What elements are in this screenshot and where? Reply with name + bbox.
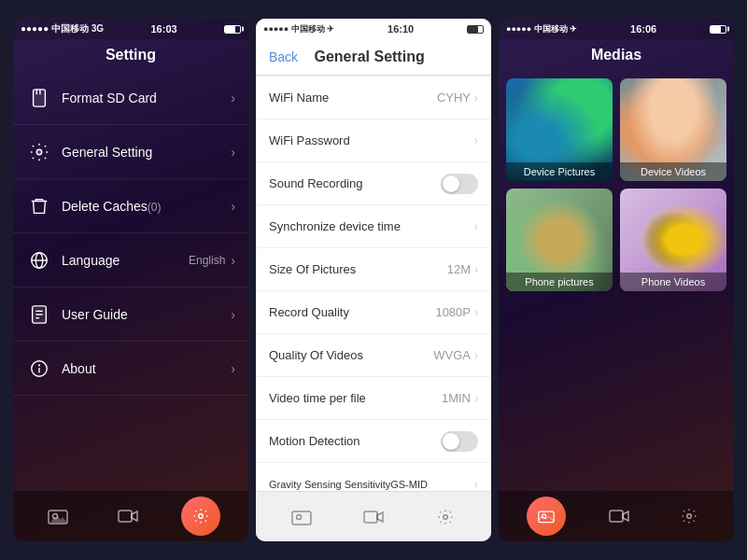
motion-detection-label: Motion Detection [269, 434, 441, 448]
gravity-sensing-label: Gravity Sensing SensitivityGS-MID [269, 479, 474, 490]
svg-point-17 [199, 514, 204, 519]
svg-rect-20 [364, 511, 377, 523]
general-setting-label: General Setting [62, 145, 231, 160]
user-guide-icon [26, 301, 52, 328]
phone-videos-label: Phone Videos [620, 273, 726, 291]
setting-row-wifi-password[interactable]: WiFi Password › [256, 119, 491, 162]
sync-time-arrow: › [474, 220, 478, 233]
svg-rect-0 [34, 89, 46, 105]
tab-photos-general[interactable] [285, 500, 318, 534]
status-bar-general: ●●●●● 中国移动 ✈ 16:10 [256, 19, 491, 39]
format-sd-icon [26, 85, 52, 111]
svg-rect-24 [610, 511, 623, 522]
screen-medias: ●●●●● 中国移动 ✈ 16:06 Medias Device Picture… [499, 19, 734, 541]
svg-point-25 [687, 514, 692, 519]
language-arrow: › [231, 253, 235, 268]
general-tab-bar [256, 491, 491, 541]
menu-item-about[interactable]: About › [13, 342, 248, 396]
size-pictures-arrow: › [474, 263, 478, 276]
gravity-sensing-arrow: › [474, 478, 478, 491]
format-sd-label: Format SD Card [62, 91, 231, 105]
video-time-value: 1MIN [442, 391, 471, 405]
tab-settings-general[interactable] [429, 500, 462, 534]
screens-container: ●●●●● 中国移动 3G 16:03 Setting Format SD Ca… [5, 5, 742, 555]
record-quality-arrow: › [474, 306, 478, 319]
svg-point-13 [39, 364, 40, 365]
size-pictures-label: Size Of Pictures [269, 262, 447, 276]
motion-detection-toggle[interactable] [441, 431, 478, 452]
general-setting-icon [26, 139, 52, 165]
signal-general: ●●●●● 中国移动 ✈ [263, 23, 334, 35]
screen-general-setting: ●●●●● 中国移动 ✈ 16:10 Back General Setting … [256, 19, 491, 541]
wifi-password-arrow: › [474, 134, 478, 147]
menu-item-user-guide[interactable]: User Guide › [13, 287, 248, 342]
about-icon [26, 356, 52, 382]
status-bar-setting: ●●●●● 中国移动 3G 16:03 [13, 19, 248, 39]
setting-row-size-pictures[interactable]: Size Of Pictures 12M › [256, 248, 491, 291]
status-bar-medias: ●●●●● 中国移动 ✈ 16:06 [499, 19, 734, 39]
media-card-device-pictures[interactable]: Device Pictures [506, 78, 613, 181]
user-guide-label: User Guide [62, 307, 231, 322]
svg-point-19 [296, 514, 301, 519]
quality-videos-value: WVGA [433, 348, 471, 362]
video-time-arrow: › [474, 392, 478, 405]
device-videos-label: Device Videos [620, 162, 726, 181]
battery-medias [710, 25, 726, 34]
menu-item-delete-caches[interactable]: Delete Caches(0) › [13, 179, 248, 233]
setting-row-sound-recording[interactable]: Sound Recording [256, 162, 491, 205]
svg-point-21 [444, 514, 448, 519]
language-sub: English [189, 254, 225, 267]
settings-rows-list: WiFi Name CYHY › WiFi Password › Sound R… [256, 77, 491, 491]
general-setting-arrow: › [231, 145, 235, 160]
wifi-password-label: WiFi Password [269, 133, 471, 147]
signal-setting: ●●●●● 中国移动 3G [21, 22, 104, 35]
medias-title: Medias [499, 39, 734, 71]
medias-tab-bar [499, 491, 734, 541]
screen-setting: ●●●●● 中国移动 3G 16:03 Setting Format SD Ca… [13, 19, 248, 541]
tab-photos-setting[interactable] [41, 499, 75, 533]
tab-videos-setting[interactable] [111, 499, 145, 533]
tab-videos-general[interactable] [357, 500, 390, 534]
sound-recording-label: Sound Recording [269, 176, 441, 190]
general-setting-header: Back General Setting [256, 39, 491, 76]
tab-videos-medias[interactable] [602, 499, 636, 533]
setting-row-wifi-name[interactable]: WiFi Name CYHY › [256, 77, 491, 119]
time-medias: 16:06 [630, 23, 656, 35]
sound-recording-toggle-knob [443, 175, 459, 192]
battery-general [467, 25, 484, 34]
setting-row-quality-videos[interactable]: Quality Of Videos WVGA › [256, 334, 491, 377]
user-guide-arrow: › [231, 307, 235, 322]
tab-settings-medias[interactable] [672, 499, 706, 533]
setting-row-video-time[interactable]: Video time per file 1MIN › [256, 377, 491, 420]
back-button[interactable]: Back [269, 49, 298, 64]
wifi-name-label: WiFi Name [269, 91, 437, 105]
setting-row-record-quality[interactable]: Record Quality 1080P › [256, 291, 491, 334]
wifi-name-arrow: › [474, 91, 478, 105]
delete-caches-arrow: › [231, 199, 235, 214]
menu-item-general-setting[interactable]: General Setting › [13, 125, 248, 179]
setting-row-motion-detection[interactable]: Motion Detection [256, 420, 491, 463]
record-quality-label: Record Quality [269, 305, 435, 319]
setting-row-gravity-sensing[interactable]: Gravity Sensing SensitivityGS-MID › [256, 463, 491, 491]
menu-item-language[interactable]: Language English › [13, 233, 248, 287]
size-pictures-value: 12M [447, 262, 471, 276]
setting-menu-list: Format SD Card › General Setting › [13, 71, 248, 491]
media-card-phone-videos[interactable]: Phone Videos [620, 189, 726, 291]
media-card-device-videos[interactable]: Device Videos [620, 78, 726, 181]
quality-videos-arrow: › [474, 349, 478, 362]
quality-videos-label: Quality Of Videos [269, 348, 433, 362]
menu-item-format-sd[interactable]: Format SD Card › [13, 71, 248, 125]
battery-setting [224, 25, 241, 34]
media-card-phone-pictures[interactable]: Phone pictures [506, 189, 613, 291]
sound-recording-toggle[interactable] [441, 174, 478, 194]
about-label: About [62, 361, 231, 376]
delete-caches-label: Delete Caches(0) [62, 199, 231, 214]
tab-photos-medias[interactable] [527, 497, 566, 536]
record-quality-value: 1080P [435, 305, 471, 319]
tab-settings-setting[interactable] [181, 497, 220, 536]
about-arrow: › [231, 361, 235, 376]
setting-row-sync-time[interactable]: Synchronize device time › [256, 205, 491, 248]
setting-title: Setting [13, 39, 248, 71]
svg-point-3 [36, 149, 42, 155]
time-general: 16:10 [388, 23, 414, 35]
